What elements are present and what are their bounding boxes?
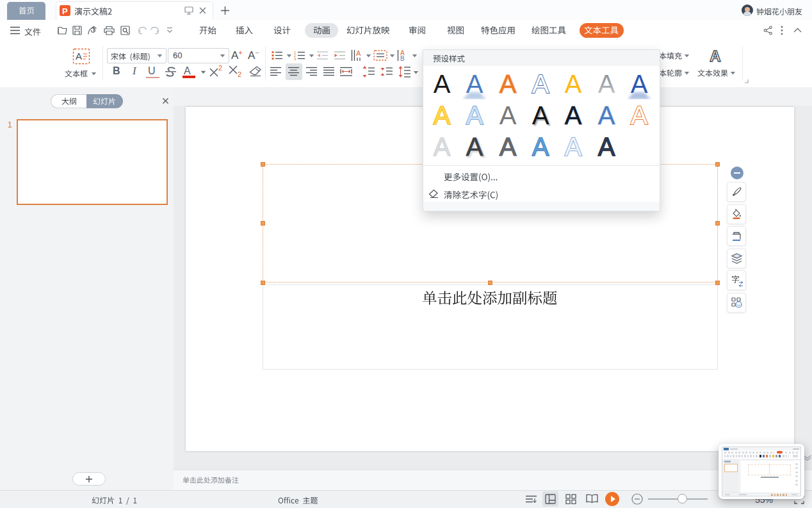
svg-text:A: A [466,101,483,129]
svg-text:A: A [532,133,549,161]
svg-text:3: 3 [294,57,296,61]
svg-text:A: A [532,101,549,129]
svg-text:A: A [434,70,451,98]
svg-text:A: A [434,101,451,129]
svg-text:A: A [499,133,516,161]
svg-text:A: A [597,133,615,161]
svg-text:A: A [434,133,451,161]
svg-text:2: 2 [218,65,222,72]
svg-text:A: A [710,47,720,64]
svg-text:B: B [400,55,405,61]
svg-text:A: A [565,70,582,98]
svg-text:A: A [565,133,582,161]
svg-text:A: A [499,70,516,98]
svg-text:A: A [597,101,615,129]
svg-text:A: A [565,101,582,129]
svg-text:A: A [532,70,549,98]
svg-text:A: A [597,70,615,98]
svg-text:2: 2 [238,70,241,78]
svg-text:A: A [356,49,361,57]
svg-text:A: A [466,133,483,161]
svg-text:A: A [76,51,82,61]
svg-text:A: A [499,101,516,129]
svg-text:A: A [630,101,647,129]
